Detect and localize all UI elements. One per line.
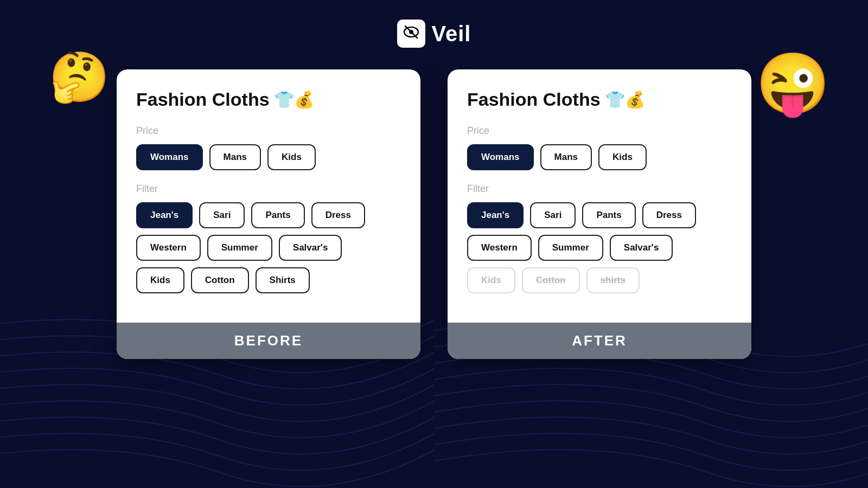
after-price-section: Price Womans Mans Kids — [467, 125, 732, 170]
emoji-thinking: 🤔 — [49, 49, 110, 106]
after-filter-row-2: Western Summer Salvar's — [467, 235, 732, 261]
after-title-text: Fashion Cloths — [467, 89, 601, 110]
after-footer-label: AFTER — [572, 332, 627, 349]
after-filter-label: Filter — [467, 183, 732, 195]
before-filter-summer[interactable]: Summer — [207, 235, 272, 261]
after-card-footer: AFTER — [448, 323, 751, 359]
before-filter-jeans[interactable]: Jean's — [136, 202, 193, 228]
before-filter-section: Filter Jean's Sari Pants Dress Western S… — [136, 183, 401, 293]
before-filter-label: Filter — [136, 183, 401, 195]
before-card-body: Fashion Cloths 👕💰 Price Womans Mans Kids… — [117, 69, 420, 323]
before-price-section: Price Womans Mans Kids — [136, 125, 401, 170]
before-card-footer: BEFORE — [117, 323, 420, 359]
before-filter-salvars[interactable]: Salvar's — [279, 235, 342, 261]
after-filter-row-1: Jean's Sari Pants Dress — [467, 202, 732, 228]
after-price-womans[interactable]: Womans — [467, 144, 534, 170]
before-filter-kids[interactable]: Kids — [136, 267, 184, 293]
before-title-emoji: 👕💰 — [274, 90, 314, 109]
after-filter-summer[interactable]: Summer — [538, 235, 603, 261]
after-filter-western[interactable]: Western — [467, 235, 532, 261]
after-card: Fashion Cloths 👕💰 Price Womans Mans Kids… — [448, 69, 751, 359]
before-filter-shirts[interactable]: Shirts — [256, 267, 310, 293]
before-filter-row-2: Western Summer Salvar's — [136, 235, 401, 261]
emoji-winking: 😜 — [756, 49, 830, 119]
after-filter-salvars[interactable]: Salvar's — [610, 235, 673, 261]
after-filter-dress[interactable]: Dress — [642, 202, 696, 228]
after-filter-kids: Kids — [467, 267, 515, 293]
header: Veil — [0, 0, 868, 48]
after-filter-section: Filter Jean's Sari Pants Dress Western S… — [467, 183, 732, 293]
main-content: Fashion Cloths 👕💰 Price Womans Mans Kids… — [0, 48, 868, 359]
before-filter-row-1: Jean's Sari Pants Dress — [136, 202, 401, 228]
before-filter-dress[interactable]: Dress — [311, 202, 365, 228]
before-card-title: Fashion Cloths 👕💰 — [136, 89, 401, 110]
after-price-kids[interactable]: Kids — [598, 144, 647, 170]
before-price-mans[interactable]: Mans — [209, 144, 261, 170]
before-price-womans[interactable]: Womans — [136, 144, 203, 170]
before-title-text: Fashion Cloths — [136, 89, 270, 110]
before-filter-pants[interactable]: Pants — [251, 202, 304, 228]
logo-icon — [403, 23, 420, 44]
after-filter-sari[interactable]: Sari — [530, 202, 576, 228]
before-price-buttons: Womans Mans Kids — [136, 144, 401, 170]
after-title-emoji: 👕💰 — [605, 90, 645, 109]
after-price-buttons: Womans Mans Kids — [467, 144, 732, 170]
after-filter-row-3: Kids Cotton shirts — [467, 267, 732, 293]
brand-name: Veil — [432, 22, 471, 46]
after-filter-pants[interactable]: Pants — [582, 202, 635, 228]
before-filter-sari[interactable]: Sari — [199, 202, 245, 228]
after-card-title: Fashion Cloths 👕💰 — [467, 89, 732, 110]
before-filter-row-3: Kids Cotton Shirts — [136, 267, 401, 293]
before-price-label: Price — [136, 125, 401, 137]
before-price-kids[interactable]: Kids — [267, 144, 316, 170]
before-filter-western[interactable]: Western — [136, 235, 201, 261]
before-filter-cotton[interactable]: Cotton — [191, 267, 249, 293]
logo-box — [397, 20, 425, 48]
after-filter-jeans[interactable]: Jean's — [467, 202, 524, 228]
after-price-label: Price — [467, 125, 732, 137]
after-card-body: Fashion Cloths 👕💰 Price Womans Mans Kids… — [448, 69, 751, 323]
before-card: Fashion Cloths 👕💰 Price Womans Mans Kids… — [117, 69, 420, 359]
after-filter-cotton: Cotton — [522, 267, 580, 293]
after-filter-shirts: shirts — [586, 267, 640, 293]
before-footer-label: BEFORE — [234, 332, 303, 349]
after-price-mans[interactable]: Mans — [540, 144, 592, 170]
